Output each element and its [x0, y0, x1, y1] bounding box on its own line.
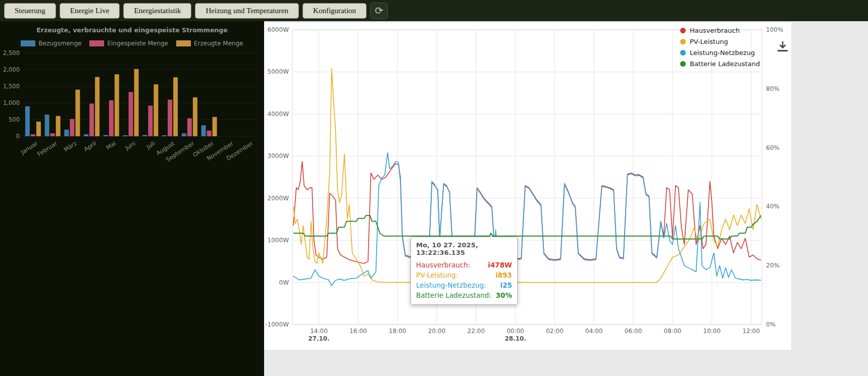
nav-heizung-temperaturen-button[interactable]: Heizung und Temperaturen: [195, 3, 299, 19]
tooltip-row-leistung-netzbezug: Leistung-Netzbezug: i25: [416, 280, 512, 290]
monthly-energy-bar-chart: 05001,0001,5002,0002,500JanuarFebruarMär…: [0, 48, 264, 169]
batterie-ladezustand-dot-icon: [680, 61, 686, 67]
chart-tooltip: Mo, 10 27. 2025, 13:22:36.135 Hausverbra…: [411, 237, 518, 305]
svg-text:Juni: Juni: [124, 140, 137, 152]
svg-text:00:00: 00:00: [506, 328, 524, 335]
svg-text:0W: 0W: [279, 279, 289, 286]
svg-text:April: April: [83, 140, 98, 153]
svg-text:2000W: 2000W: [268, 195, 289, 202]
svg-text:08:00: 08:00: [664, 328, 682, 335]
svg-text:500: 500: [9, 116, 20, 123]
legend-label: Bezugsmenge: [38, 40, 81, 47]
nav-konfiguration-button[interactable]: Konfiguration: [302, 3, 367, 19]
nav-steuerung-button[interactable]: Steuerung: [4, 3, 56, 19]
svg-text:16:00: 16:00: [349, 328, 367, 335]
svg-text:10:00: 10:00: [703, 328, 721, 335]
legend-label: Eingespeiste Menge: [107, 40, 168, 47]
eingespeiste-menge-swatch: [89, 40, 104, 46]
legend-item-erzeugte-menge[interactable]: Erzeugte Menge: [176, 40, 243, 47]
tooltip-value: i25: [500, 280, 512, 290]
svg-text:1000W: 1000W: [268, 237, 289, 244]
svg-text:2,000: 2,000: [3, 66, 20, 73]
legend-label: Erzeugte Menge: [194, 40, 243, 47]
svg-text:60%: 60%: [766, 144, 780, 151]
legend-item-pv-leistung[interactable]: PV-Leistung: [680, 38, 760, 45]
svg-text:Mai: Mai: [105, 140, 117, 151]
svg-text:0%: 0%: [766, 321, 776, 328]
svg-text:-1000W: -1000W: [265, 321, 289, 328]
refresh-icon[interactable]: ⟳: [370, 3, 388, 19]
svg-text:22:00: 22:00: [468, 328, 485, 335]
svg-text:02:00: 02:00: [546, 328, 564, 335]
svg-text:5000W: 5000W: [268, 68, 289, 75]
svg-text:1,000: 1,000: [3, 99, 20, 106]
svg-text:20%: 20%: [766, 262, 780, 269]
svg-text:4000W: 4000W: [268, 111, 289, 118]
energy-statistics-panel: Erzeugte, verbrauchte und eingespeiste S…: [0, 21, 264, 376]
tooltip-row-hausverbrauch: Hausverbrauch: i478W: [416, 260, 512, 270]
legend-item-bezugsmenge[interactable]: Bezugsmenge: [21, 40, 81, 47]
tooltip-value: i478W: [488, 260, 512, 270]
tooltip-label: Hausverbrauch:: [416, 260, 470, 270]
tooltip-row-pv-leistung: PV-Leistung: i893: [416, 270, 512, 280]
svg-text:0: 0: [16, 133, 20, 140]
power-timeline-chart-panel: -1000W0W1000W2000W3000W4000W5000W6000W0%…: [264, 23, 791, 350]
tooltip-label: Batterie Ladezustand:: [416, 290, 491, 300]
leistung-netzbezug-dot-icon: [680, 50, 686, 56]
svg-text:Februar: Februar: [36, 140, 59, 158]
svg-text:27.10.: 27.10.: [308, 335, 330, 342]
svg-text:04:00: 04:00: [585, 328, 603, 335]
line-chart-legend: Hausverbrauch PV-Leistung Leistung-Netzb…: [680, 27, 760, 68]
svg-text:40%: 40%: [766, 203, 780, 210]
svg-text:06:00: 06:00: [625, 328, 642, 335]
nav-energiestatistik-button[interactable]: Energiestatistik: [123, 3, 191, 19]
svg-text:Januar: Januar: [19, 140, 39, 156]
hausverbrauch-dot-icon: [680, 28, 686, 33]
legend-label: PV-Leistung: [690, 38, 728, 45]
bar-chart-legend: Bezugsmenge Eingespeiste Menge Erzeugte …: [0, 40, 264, 47]
legend-item-leistung-netzbezug[interactable]: Leistung-Netzbezug: [680, 49, 760, 57]
svg-text:14:00: 14:00: [310, 328, 328, 335]
tooltip-row-batterie-ladezustand: Batterie Ladezustand: 30%: [416, 290, 512, 300]
svg-text:28.10.: 28.10.: [504, 335, 526, 342]
svg-text:18:00: 18:00: [389, 328, 406, 335]
svg-text:12:00: 12:00: [742, 328, 760, 335]
power-timeline-line-chart[interactable]: -1000W0W1000W2000W3000W4000W5000W6000W0%…: [264, 23, 791, 350]
tooltip-label: PV-Leistung:: [416, 270, 458, 280]
nav-energie-live-button[interactable]: Energie Live: [60, 3, 120, 19]
svg-text:Juli: Juli: [145, 140, 157, 151]
legend-item-eingespeiste-menge[interactable]: Eingespeiste Menge: [89, 40, 168, 47]
legend-item-hausverbrauch[interactable]: Hausverbrauch: [680, 27, 760, 34]
pv-leistung-dot-icon: [680, 39, 686, 44]
top-navigation: Steuerung Energie Live Energiestatistik …: [0, 0, 868, 21]
tooltip-timestamp: Mo, 10 27. 2025, 13:22:36.135: [416, 241, 512, 256]
svg-text:3000W: 3000W: [268, 152, 289, 159]
legend-label: Leistung-Netzbezug: [690, 49, 755, 57]
legend-label: Hausverbrauch: [690, 27, 740, 34]
svg-text:März: März: [63, 140, 78, 153]
main-area: -1000W0W1000W2000W3000W4000W5000W6000W0%…: [264, 21, 868, 376]
tooltip-label: Leistung-Netzbezug:: [416, 280, 486, 290]
tooltip-value: i893: [495, 270, 512, 280]
svg-text:100%: 100%: [766, 26, 783, 33]
legend-label: Batterie Ladezustand: [690, 60, 760, 68]
bezugsmenge-swatch: [21, 40, 35, 46]
bar-chart-title: Erzeugte, verbrauchte und eingespeiste S…: [0, 26, 264, 34]
download-icon[interactable]: [777, 41, 789, 53]
erzeugte-menge-swatch: [176, 40, 191, 46]
page-content: Erzeugte, verbrauchte und eingespeiste S…: [0, 21, 868, 376]
tooltip-value: 30%: [496, 290, 512, 300]
legend-item-batterie-ladezustand[interactable]: Batterie Ladezustand: [680, 60, 760, 68]
svg-text:1,500: 1,500: [3, 83, 20, 90]
svg-text:6000W: 6000W: [268, 26, 289, 33]
svg-text:20:00: 20:00: [428, 328, 446, 335]
svg-text:80%: 80%: [766, 85, 780, 92]
svg-text:2,500: 2,500: [3, 49, 20, 57]
